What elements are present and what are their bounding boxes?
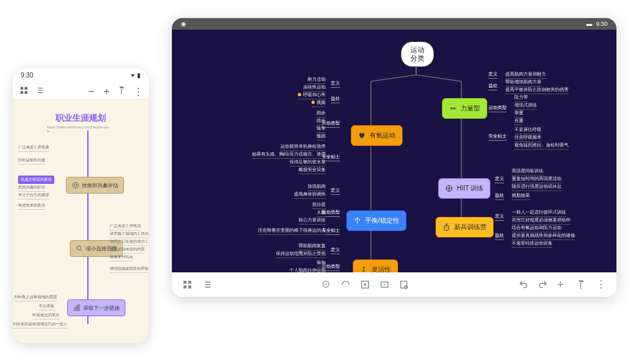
sub-def[interactable]: 定义 bbox=[331, 80, 340, 88]
sub-benefit[interactable]: 益处 bbox=[331, 96, 340, 103]
leaf[interactable]: 核心力量训练 bbox=[299, 217, 326, 225]
undo-icon[interactable] bbox=[518, 279, 529, 290]
fit-icon[interactable] bbox=[341, 279, 351, 290]
leaf[interactable]: 保持足够的饮水量 bbox=[289, 159, 326, 167]
branch-hiit[interactable]: HIIT 训练 bbox=[438, 178, 490, 199]
leaf[interactable]: 避免猛烈推拉、放松时吸气 bbox=[514, 142, 569, 150]
leaf[interactable]: 专注于自己的愿望 bbox=[18, 192, 49, 199]
leaf[interactable]: 加强肌肉 bbox=[308, 183, 326, 191]
branch-bootcamp[interactable]: 新兵训练营 bbox=[436, 217, 494, 238]
redo-icon[interactable] bbox=[538, 279, 548, 290]
leaf[interactable]: 在完它好程度必须做某些动作 bbox=[512, 217, 571, 225]
leaf[interactable]: 骑车 bbox=[317, 125, 326, 133]
leaf[interactable]: 考试必须考虑的内容 bbox=[110, 247, 145, 254]
leaf[interactable]: 视频 bbox=[311, 99, 326, 107]
plus-icon[interactable]: + bbox=[102, 86, 111, 95]
leaf[interactable]: 戴载安全设备 bbox=[299, 167, 326, 174]
sub-safety[interactable]: 安全贴士 bbox=[488, 133, 507, 141]
branch-aerobic[interactable]: 有氧运动 bbox=[351, 125, 403, 146]
leaf[interactable]: 运动前简单热身松弛停 bbox=[280, 143, 326, 151]
leaf[interactable]: 手头准备 bbox=[39, 303, 54, 310]
svg-point-30 bbox=[364, 284, 366, 286]
leaf[interactable]: 提供更具挑战性和多样化的锻炼 bbox=[512, 232, 575, 240]
leaf-active[interactable]: 找雇主情谊的要项 bbox=[18, 176, 54, 184]
leaf[interactable]: 太极 bbox=[317, 209, 326, 217]
leaf[interactable]: 耐力活动 bbox=[308, 76, 326, 84]
leaf[interactable]: 广泛考虑工作情况 bbox=[110, 223, 141, 230]
leaf[interactable]: 重复短时间的高强度活动 bbox=[512, 176, 562, 183]
sub-benefit[interactable]: 益处 bbox=[495, 192, 504, 200]
leaf[interactable]: 个人肌肉拉伸运动 bbox=[289, 267, 326, 272]
leaf[interactable]: 呼吸和心率 bbox=[298, 92, 326, 99]
leaf[interactable]: 瑜伽 bbox=[317, 259, 326, 267]
leaf[interactable]: 燃脂效果 bbox=[512, 192, 530, 200]
more-icon[interactable]: ⋮ bbox=[133, 86, 142, 95]
leaf[interactable]: 不需要特殊运动设备 bbox=[512, 240, 552, 248]
leaf[interactable]: 思想兴趣的职业 bbox=[18, 185, 45, 192]
leaf[interactable]: 提高身体协调性 bbox=[294, 191, 326, 199]
phone-mindmap-canvas[interactable]: 职业生涯规划 https://www.wikihow.com/Decide-on… bbox=[13, 99, 149, 343]
outline-view-icon[interactable] bbox=[202, 279, 212, 290]
leaf[interactable]: 增强技能或找取有经验类的途径 bbox=[110, 266, 149, 273]
format-icon[interactable] bbox=[118, 86, 127, 95]
leaf[interactable]: 保持运动范围并防止受伤 bbox=[276, 250, 326, 258]
leaf[interactable]: 帮助增加肌肉力量 bbox=[505, 79, 541, 86]
sub-def[interactable]: 定义 bbox=[488, 71, 498, 79]
leaf[interactable]: 列出你的目标领域自己的一份人 bbox=[13, 321, 67, 329]
leaf[interactable]: 阻力带 bbox=[514, 94, 528, 102]
leaf[interactable]: 结合有氧运动和阻力运动 bbox=[512, 225, 562, 232]
leaf[interactable]: 提高平衡并防止跌倒相关的伤害 bbox=[505, 86, 569, 94]
leaf[interactable]: 财务支付特点 bbox=[110, 254, 133, 261]
minus-icon[interactable]: − bbox=[87, 86, 96, 95]
node-next-steps[interactable]: 采取下一步措施 bbox=[67, 299, 125, 316]
leaf[interactable]: 注意呼吸频率 bbox=[514, 134, 541, 142]
leaf[interactable]: 跑步 bbox=[317, 110, 326, 117]
leaf[interactable]: 不要屏住呼吸 bbox=[514, 126, 541, 134]
leaf[interactable]: 随后进行强度运动或休息 bbox=[512, 183, 562, 191]
leaf[interactable]: 询问人们在做的成功工作 bbox=[110, 239, 149, 246]
leaf[interactable]: 注意附着在坚固的椅子很身边的人 bbox=[258, 227, 326, 235]
plus-icon[interactable]: + bbox=[557, 279, 567, 290]
leaf[interactable]: 踏步 bbox=[317, 117, 326, 125]
leaf[interactable]: 连续性运动 bbox=[303, 84, 326, 92]
sub-benefit[interactable]: 益处 bbox=[495, 232, 504, 240]
leaf[interactable]: 慢跑 bbox=[317, 133, 326, 141]
root-node[interactable]: 运动 分类 bbox=[401, 41, 434, 67]
leaf[interactable]: 增强式训练 bbox=[514, 102, 537, 110]
sub-def[interactable]: 定义 bbox=[331, 187, 340, 195]
leaf[interactable]: 列出教入目标领域的原因 bbox=[14, 294, 57, 301]
svg-point-34 bbox=[404, 286, 407, 288]
focus-icon[interactable] bbox=[360, 279, 370, 290]
leaf[interactable]: 考虑未来的资历 bbox=[18, 203, 45, 210]
branch-balance[interactable]: 平衡/稳定性 bbox=[346, 210, 406, 231]
outline-view-icon[interactable] bbox=[35, 86, 44, 95]
leaf[interactable]: 如果有头痛、胸闷/压力或痛苦、请停 bbox=[252, 151, 326, 159]
more-icon[interactable]: ⋮ bbox=[596, 279, 606, 290]
leaf[interactable]: 帮助肌肉恢复 bbox=[299, 243, 326, 250]
node-skills-interest[interactable]: 技能和兴趣评估 bbox=[66, 177, 124, 194]
note-icon[interactable] bbox=[399, 279, 409, 290]
leaf[interactable]: 普拉提 bbox=[312, 201, 326, 209]
leaf[interactable]: 提高肌肉力量和耐力 bbox=[505, 71, 546, 79]
branch-strength[interactable]: 力量型 bbox=[442, 98, 487, 119]
sub-types[interactable]: 运动类型 bbox=[488, 105, 507, 112]
sub-def[interactable]: 定义 bbox=[331, 247, 340, 254]
sub-def[interactable]: 定义 bbox=[495, 213, 504, 221]
tablet-mindmap-canvas[interactable]: 运动 分类 有氧运动 定义 耐力活动 连续性运动 益处 呼吸和心率 视频 运动类… bbox=[172, 30, 616, 272]
leaf[interactable]: 自重 bbox=[514, 117, 523, 125]
leaf[interactable]: 广泛考虑工作意愿 bbox=[18, 145, 49, 152]
grid-view-icon[interactable] bbox=[182, 279, 193, 290]
leaf[interactable]: 举重 bbox=[514, 110, 523, 117]
leaf[interactable]: 申请项交的简历 bbox=[32, 312, 59, 319]
grid-view-icon[interactable] bbox=[19, 86, 28, 95]
leaf[interactable]: 列出目标和兴趣 bbox=[18, 157, 45, 165]
leaf[interactable]: 高强度间歇训练 bbox=[512, 168, 543, 176]
format-icon[interactable] bbox=[576, 279, 587, 290]
branch-flexibility[interactable]: 灵活性 bbox=[353, 259, 398, 272]
sub-def[interactable]: 定义 bbox=[495, 176, 504, 183]
zoom-out-icon[interactable] bbox=[321, 279, 331, 290]
collapse-icon[interactable] bbox=[379, 279, 390, 290]
leaf[interactable]: 研究每个领域内工作的多样性 bbox=[110, 231, 149, 238]
leaf[interactable]: 一群人一起进行循环式训练 bbox=[512, 209, 566, 217]
sub-benefit[interactable]: 益处 bbox=[488, 83, 498, 90]
